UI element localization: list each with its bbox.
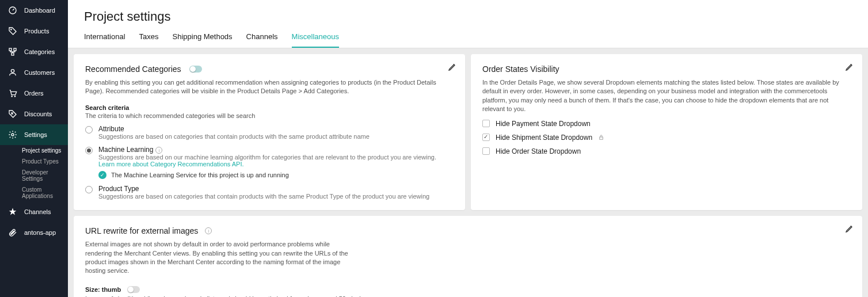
ml-status: ✓ The Machine Learning Service for this … <box>98 171 454 179</box>
radio-label: Product Type <box>98 185 429 193</box>
criteria-label: Search criteria <box>85 104 454 111</box>
card-recommended-categories: Recommended Categories By enabling this … <box>74 54 465 210</box>
svg-rect-9 <box>600 137 603 139</box>
radio-attribute[interactable]: Attribute Suggestions are based on categ… <box>85 125 454 140</box>
radio-desc: Suggestions are based on categories that… <box>98 133 370 140</box>
star-icon <box>8 207 17 216</box>
sidebar-sub-product-types[interactable]: Product Types <box>0 156 68 167</box>
tag-icon <box>8 26 17 36</box>
svg-rect-4 <box>12 53 14 55</box>
tab-channels[interactable]: Channels <box>246 32 278 48</box>
card-desc: External images are not shown by default… <box>85 240 356 276</box>
card-title: Recommended Categories <box>85 64 181 74</box>
user-icon <box>8 68 17 77</box>
svg-point-5 <box>11 70 14 73</box>
card-url-rewrite: URL rewrite for external images i Extern… <box>74 216 862 297</box>
sidebar-item-label: Discounts <box>24 111 52 117</box>
radio-input[interactable] <box>85 186 93 193</box>
criteria-sub: The criteria to which recommended catego… <box>85 112 454 119</box>
sidebar-item-label: antons-app <box>24 229 56 236</box>
sidebar-item-label: Channels <box>24 208 51 215</box>
card-desc: In the Order Details Page, we show sever… <box>482 78 851 114</box>
checkbox-input[interactable] <box>482 134 490 141</box>
checkbox-input[interactable] <box>482 147 490 155</box>
sidebar-item-settings[interactable]: Settings <box>0 124 68 145</box>
sidebar-sub-developer-settings[interactable]: Developer Settings <box>0 167 68 184</box>
radio-desc: Suggestions are based on our machine lea… <box>98 154 454 167</box>
radio-label: Attribute <box>98 125 370 133</box>
checkbox-hide-shipment[interactable]: Hide Shipment State Dropdown <box>482 134 851 142</box>
sidebar-item-discounts[interactable]: Discounts <box>0 104 68 124</box>
card-desc: By enabling this setting you can get add… <box>85 78 454 96</box>
ml-status-text: The Machine Learning Service for this pr… <box>111 172 289 178</box>
checkbox-hide-payment[interactable]: Hide Payment State Dropdown <box>482 120 851 128</box>
radio-desc: Suggestions are based on categories that… <box>98 193 429 200</box>
sidebar-item-channels[interactable]: Channels <box>0 201 68 222</box>
content: Recommended Categories By enabling this … <box>68 48 868 297</box>
card-title: Order States Visibility <box>482 64 851 74</box>
tab-shipping[interactable]: Shipping Methods <box>173 32 233 48</box>
tree-icon <box>8 47 17 56</box>
sidebar-item-products[interactable]: Products <box>0 21 68 41</box>
svg-point-8 <box>12 134 14 136</box>
sidebar-item-label: Orders <box>24 90 44 97</box>
size-thumb-label: Size: thumb <box>85 286 121 293</box>
svg-rect-3 <box>14 48 16 51</box>
cart-icon <box>8 89 17 98</box>
edit-icon[interactable] <box>845 224 854 233</box>
main: Project settings International Taxes Shi… <box>68 0 868 297</box>
checkbox-label: Hide Shipment State Dropdown <box>496 134 592 142</box>
tab-miscellaneous[interactable]: Miscellaneous <box>292 32 339 48</box>
radio-input[interactable] <box>85 126 93 134</box>
sidebar: Dashboard Products Categories Customers … <box>0 0 68 297</box>
radio-machine-learning[interactable]: Machine Learningi Suggestions are based … <box>85 146 454 180</box>
radio-product-type[interactable]: Product Type Suggestions are based on ca… <box>85 185 454 200</box>
gauge-icon <box>8 6 17 15</box>
sidebar-item-label: Products <box>24 28 49 35</box>
page-title: Project settings <box>84 9 852 24</box>
radio-input[interactable] <box>85 147 93 154</box>
sidebar-item-label: Dashboard <box>24 7 55 14</box>
sidebar-item-dashboard[interactable]: Dashboard <box>0 0 68 21</box>
page-header: Project settings International Taxes Shi… <box>68 0 868 48</box>
sidebar-item-customers[interactable]: Customers <box>0 62 68 83</box>
svg-rect-2 <box>9 48 12 51</box>
checkbox-hide-order[interactable]: Hide Order State Dropdown <box>482 147 851 155</box>
checkbox-label: Hide Payment State Dropdown <box>496 120 591 128</box>
edit-icon[interactable] <box>448 62 457 71</box>
gear-icon <box>8 130 17 139</box>
recommended-toggle[interactable] <box>189 66 202 73</box>
thumb-toggle[interactable] <box>127 286 140 293</box>
tabs: International Taxes Shipping Methods Cha… <box>84 32 852 48</box>
edit-icon[interactable] <box>845 62 854 71</box>
radio-label: Machine Learningi <box>98 146 454 154</box>
paperclip-icon <box>8 228 17 237</box>
check-icon: ✓ <box>98 171 106 179</box>
sidebar-item-label: Categories <box>24 48 55 55</box>
checkbox-label: Hide Order State Dropdown <box>496 147 581 155</box>
lock-icon <box>598 134 604 140</box>
tab-taxes[interactable]: Taxes <box>139 32 159 48</box>
info-icon[interactable]: i <box>155 147 162 154</box>
tab-international[interactable]: International <box>84 32 125 48</box>
card-order-states: Order States Visibility In the Order Det… <box>471 54 862 210</box>
sidebar-item-app[interactable]: antons-app <box>0 222 68 243</box>
percent-icon <box>8 109 17 119</box>
card-title: URL rewrite for external images <box>85 226 198 235</box>
svg-point-1 <box>11 29 12 30</box>
sidebar-sub-custom-applications[interactable]: Custom Applications <box>0 184 68 201</box>
ml-learn-more-link[interactable]: Learn more about Category Recommendation… <box>98 161 244 167</box>
sidebar-item-label: Customers <box>24 69 55 76</box>
sidebar-item-categories[interactable]: Categories <box>0 41 68 62</box>
svg-point-7 <box>14 96 15 97</box>
info-icon[interactable]: i <box>205 227 212 234</box>
sidebar-item-orders[interactable]: Orders <box>0 83 68 104</box>
sidebar-item-label: Settings <box>24 131 47 138</box>
svg-point-6 <box>12 96 12 97</box>
sidebar-sub-project-settings[interactable]: Project settings <box>0 145 68 156</box>
checkbox-input[interactable] <box>482 120 490 127</box>
